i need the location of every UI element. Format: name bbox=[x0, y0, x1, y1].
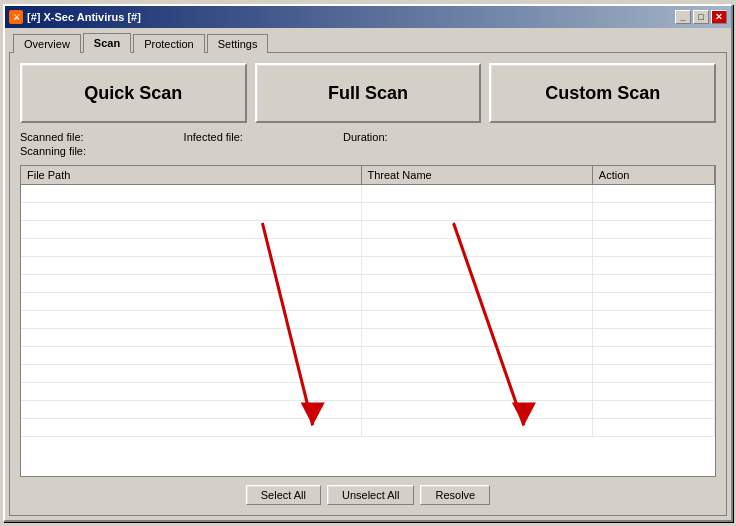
info-row-2: Scanning file: bbox=[20, 145, 716, 157]
table-row bbox=[21, 239, 715, 257]
titlebar: ⚔ [#] X-Sec Antivirus [#] _ □ ✕ bbox=[5, 6, 731, 28]
table-row bbox=[21, 365, 715, 383]
table-row bbox=[21, 419, 715, 437]
tab-scan[interactable]: Scan bbox=[83, 33, 131, 53]
window-title: [#] X-Sec Antivirus [#] bbox=[27, 11, 141, 23]
app-icon: ⚔ bbox=[9, 10, 23, 24]
tab-settings[interactable]: Settings bbox=[207, 34, 269, 53]
table-row bbox=[21, 293, 715, 311]
table-row bbox=[21, 401, 715, 419]
table-row bbox=[21, 311, 715, 329]
custom-scan-button[interactable]: Custom Scan bbox=[489, 63, 716, 123]
info-rows: Scanned file: Infected file: Duration: S… bbox=[20, 131, 716, 157]
table-row bbox=[21, 185, 715, 203]
col-header-filepath: File Path bbox=[21, 166, 362, 184]
maximize-button[interactable]: □ bbox=[693, 10, 709, 24]
infected-file-label: Infected file: bbox=[184, 131, 243, 143]
tab-bar: Overview Scan Protection Settings bbox=[9, 32, 727, 52]
full-scan-button[interactable]: Full Scan bbox=[255, 63, 482, 123]
scanned-file-info: Scanned file: bbox=[20, 131, 84, 143]
titlebar-left: ⚔ [#] X-Sec Antivirus [#] bbox=[9, 10, 141, 24]
table-row bbox=[21, 221, 715, 239]
col-header-threat: Threat Name bbox=[362, 166, 593, 184]
tab-overview[interactable]: Overview bbox=[13, 34, 81, 53]
minimize-button[interactable]: _ bbox=[675, 10, 691, 24]
table-row bbox=[21, 329, 715, 347]
duration-info: Duration: bbox=[343, 131, 388, 143]
table-row bbox=[21, 275, 715, 293]
scanning-file-info: Scanning file: bbox=[20, 145, 86, 157]
unselect-all-button[interactable]: Unselect All bbox=[327, 485, 414, 505]
close-button[interactable]: ✕ bbox=[711, 10, 727, 24]
info-row-1: Scanned file: Infected file: Duration: bbox=[20, 131, 716, 143]
table-header: File Path Threat Name Action bbox=[21, 166, 715, 185]
main-window: ⚔ [#] X-Sec Antivirus [#] _ □ ✕ Overview… bbox=[3, 4, 733, 522]
scanning-file-label: Scanning file: bbox=[20, 145, 86, 157]
col-header-action: Action bbox=[593, 166, 715, 184]
select-all-button[interactable]: Select All bbox=[246, 485, 321, 505]
duration-label: Duration: bbox=[343, 131, 388, 143]
scan-buttons-row: Quick Scan Full Scan Custom Scan bbox=[20, 63, 716, 123]
resolve-button[interactable]: Resolve bbox=[420, 485, 490, 505]
window-content: Overview Scan Protection Settings Quick … bbox=[5, 28, 731, 520]
infected-file-info: Infected file: bbox=[184, 131, 243, 143]
table-row bbox=[21, 383, 715, 401]
scan-tab-content: Quick Scan Full Scan Custom Scan Scanned… bbox=[9, 52, 727, 516]
results-table: File Path Threat Name Action bbox=[20, 165, 716, 477]
titlebar-buttons: _ □ ✕ bbox=[675, 10, 727, 24]
table-row bbox=[21, 203, 715, 221]
scanned-file-label: Scanned file: bbox=[20, 131, 84, 143]
bottom-buttons: Select All Unselect All Resolve bbox=[20, 485, 716, 505]
table-row bbox=[21, 347, 715, 365]
table-row bbox=[21, 257, 715, 275]
table-body bbox=[21, 185, 715, 476]
tab-protection[interactable]: Protection bbox=[133, 34, 205, 53]
quick-scan-button[interactable]: Quick Scan bbox=[20, 63, 247, 123]
